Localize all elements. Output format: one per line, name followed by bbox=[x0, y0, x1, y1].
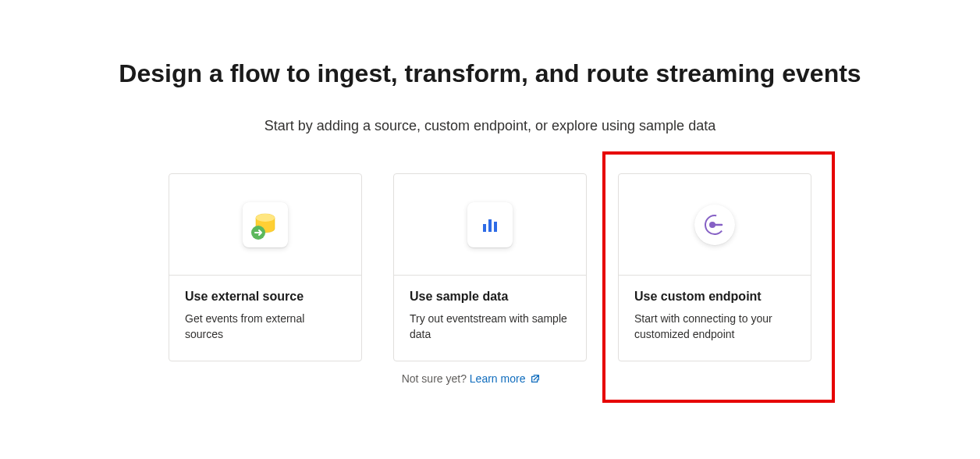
footer-not-sure-text: Not sure yet? bbox=[402, 372, 470, 385]
learn-more-link[interactable]: Learn more bbox=[470, 372, 541, 385]
card-external-source[interactable]: Use external source Get events from exte… bbox=[169, 173, 362, 361]
card-options-row: Use external source Get events from exte… bbox=[169, 173, 811, 361]
card-sample-data[interactable]: Use sample data Try out eventstream with… bbox=[393, 173, 587, 361]
card-icon-section bbox=[169, 174, 361, 276]
card-description: Get events from external sources bbox=[185, 311, 346, 342]
page-subheading: Start by adding a source, custom endpoin… bbox=[0, 118, 980, 134]
card-description: Try out eventstream with sample data bbox=[410, 311, 570, 342]
svg-rect-5 bbox=[494, 222, 497, 232]
card-icon-section bbox=[394, 174, 586, 276]
endpoint-icon bbox=[694, 205, 735, 245]
bar-chart-icon bbox=[467, 202, 513, 247]
svg-rect-3 bbox=[483, 224, 486, 232]
card-title: Use custom endpoint bbox=[634, 290, 795, 304]
svg-point-1 bbox=[256, 214, 275, 222]
external-link-icon bbox=[530, 373, 541, 384]
footer-row: Not sure yet? Learn more bbox=[0, 372, 980, 385]
card-icon-section bbox=[619, 174, 811, 276]
card-custom-endpoint[interactable]: Use custom endpoint Start with connectin… bbox=[618, 173, 811, 361]
card-description: Start with connecting to your customized… bbox=[634, 311, 795, 342]
database-arrow-icon bbox=[243, 202, 288, 247]
svg-rect-4 bbox=[488, 219, 492, 232]
card-title: Use external source bbox=[185, 290, 346, 304]
card-title: Use sample data bbox=[410, 290, 570, 304]
page-heading: Design a flow to ingest, transform, and … bbox=[0, 59, 980, 88]
